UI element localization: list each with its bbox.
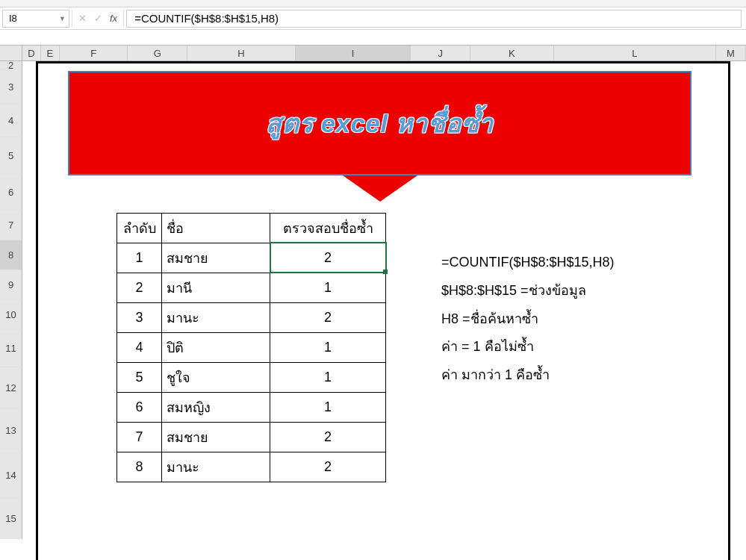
cell-count[interactable]: 1 (270, 393, 386, 423)
column-header-D[interactable]: D (22, 46, 41, 60)
row-header-2[interactable]: 2 (0, 61, 22, 70)
enter-icon[interactable]: ✓ (94, 13, 102, 24)
cell-count[interactable]: 2 (270, 452, 386, 482)
cell-name[interactable]: ชูใจ (162, 363, 270, 393)
table-row: 5ชูใจ1 (117, 363, 386, 393)
cell-index[interactable]: 6 (117, 393, 162, 423)
table-row: 2มานี1 (117, 273, 386, 303)
cell-count[interactable]: 2 (270, 423, 386, 452)
explanation-text: =COUNTIF($H$8:$H$15,H8) $H$8:$H$15 =ช่วง… (441, 249, 615, 390)
row-header-12[interactable]: 12 (0, 367, 22, 408)
cell-name[interactable]: ปิติ (162, 333, 270, 363)
title-banner: สูตร excel หาชื่อซ้ำ (68, 71, 691, 196)
cell-name[interactable]: มานะ (162, 303, 270, 333)
column-header-E[interactable]: E (41, 46, 60, 60)
row-header-3[interactable]: 3 (0, 70, 22, 104)
row-header-4[interactable]: 4 (0, 104, 22, 137)
row-header-13[interactable]: 13 (0, 408, 22, 453)
cell-count[interactable]: 1 (270, 333, 386, 363)
table-header-row: ลำดับ ชื่อ ตรวจสอบชื่อซ้ำ (117, 214, 386, 243)
column-header-K[interactable]: K (470, 46, 554, 60)
cell-count[interactable]: 1 (270, 273, 386, 303)
cell-index[interactable]: 5 (117, 363, 162, 393)
table-row: 1สมชาย2 (117, 243, 386, 273)
cell-index[interactable]: 1 (117, 243, 162, 273)
explain-line: $H$8:$H$15 =ช่วงข้อมูล (441, 277, 615, 305)
explain-line: ค่า = 1 คือไม่ซ้ำ (441, 333, 615, 361)
row-header-10[interactable]: 10 (0, 300, 22, 330)
chevron-down-icon[interactable]: ▼ (59, 15, 66, 22)
cell-index[interactable]: 3 (117, 303, 162, 333)
sheet-area[interactable]: สูตร excel หาชื่อซ้ำ ลำดับ ชื่อ ตรวจสอบช… (22, 61, 746, 539)
cell-name[interactable]: มานะ (162, 452, 270, 482)
row-header-11[interactable]: 11 (0, 330, 22, 367)
explain-line: H8 =ชื่อค้นหาซ้ำ (441, 305, 615, 334)
row-header-15[interactable]: 15 (0, 498, 22, 539)
table-row: 8มานะ2 (117, 452, 386, 482)
explain-line: ค่า มากว่า 1 คือซ้ำ (441, 361, 615, 390)
column-header-J[interactable]: J (411, 46, 470, 60)
page-border: สูตร excel หาชื่อซ้ำ ลำดับ ชื่อ ตรวจสอบช… (36, 61, 730, 560)
cell-index[interactable]: 2 (117, 273, 162, 303)
cell-count[interactable]: 2 (270, 303, 386, 333)
name-box-value: I8 (9, 13, 17, 24)
table-row: 6สมหญิง1 (117, 393, 386, 423)
column-header-M[interactable]: M (716, 46, 746, 60)
table-row: 7สมชาย2 (117, 423, 386, 452)
name-box[interactable]: I8 ▼ (2, 10, 69, 28)
row-header-14[interactable]: 14 (0, 453, 22, 498)
row-headers: 23456789101112131415 (0, 61, 22, 539)
column-header-F[interactable]: F (60, 46, 128, 60)
cell-count[interactable]: 1 (270, 363, 386, 393)
row-header-5[interactable]: 5 (0, 137, 22, 175)
formula-input[interactable]: =COUNTIF($H$8:$H$15,H8) (126, 10, 742, 28)
column-header-L[interactable]: L (554, 46, 716, 60)
header-name: ชื่อ (162, 214, 270, 243)
formula-text: =COUNTIF($H$8:$H$15,H8) (134, 12, 279, 25)
row-header-9[interactable]: 9 (0, 270, 22, 300)
cell-name[interactable]: สมหญิง (162, 393, 270, 423)
header-count: ตรวจสอบชื่อซ้ำ (270, 214, 386, 243)
fx-icon[interactable]: fx (110, 13, 117, 24)
column-header-H[interactable]: H (187, 46, 296, 60)
table-row: 4ปิติ1 (117, 333, 386, 363)
ribbon-sliver (0, 0, 746, 7)
table-row: 3มานะ2 (117, 303, 386, 333)
cell-index[interactable]: 8 (117, 452, 162, 482)
data-table: ลำดับ ชื่อ ตรวจสอบชื่อซ้ำ 1สมชาย22มานี13… (116, 213, 386, 482)
cell-index[interactable]: 7 (117, 423, 162, 452)
banner-arrow-icon (343, 175, 417, 202)
formula-buttons: ✕ ✓ fx (72, 10, 124, 28)
column-header-G[interactable]: G (128, 46, 187, 60)
banner-text: สูตร excel หาชื่อซ้ำ (266, 103, 494, 143)
select-all-corner[interactable] (0, 46, 22, 60)
formula-bar: I8 ▼ ✕ ✓ fx =COUNTIF($H$8:$H$15,H8) (0, 7, 746, 30)
cell-name[interactable]: มานี (162, 273, 270, 303)
cell-count[interactable]: 2 (270, 243, 386, 273)
cancel-icon[interactable]: ✕ (78, 13, 87, 24)
grid: 23456789101112131415 สูตร excel หาชื่อซ้… (0, 61, 746, 539)
cell-index[interactable]: 4 (117, 333, 162, 363)
row-header-8[interactable]: 8 (0, 240, 22, 270)
row-header-6[interactable]: 6 (0, 175, 22, 211)
header-index: ลำดับ (117, 214, 162, 243)
column-headers: DEFGHIJKLM (0, 45, 746, 61)
column-header-I[interactable]: I (296, 46, 411, 60)
cell-name[interactable]: สมชาย (162, 423, 270, 452)
row-header-7[interactable]: 7 (0, 211, 22, 240)
cell-name[interactable]: สมชาย (162, 243, 270, 273)
explain-line: =COUNTIF($H$8:$H$15,H8) (441, 249, 615, 277)
